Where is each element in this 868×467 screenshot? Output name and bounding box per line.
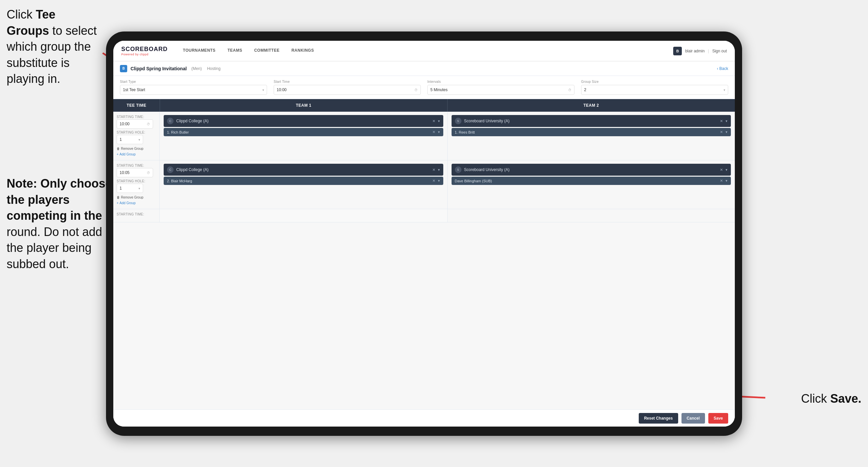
starting-hole-input-2[interactable]: 1 ▾ (117, 184, 143, 193)
player2-expand-icon[interactable]: ▾ (725, 130, 727, 134)
remove-group-button-2[interactable]: 🗑 Remove Group (117, 194, 156, 201)
player1-card-1[interactable]: 1. Rich Butler ✕ ▾ (164, 128, 443, 136)
player1-expand-icon[interactable]: ▾ (438, 130, 440, 134)
player1-card-2[interactable]: 2. Blair McHarg ✕ ▾ (164, 177, 443, 185)
footer-bar: Reset Changes Cancel Save (113, 409, 735, 427)
player1-close-icon-2[interactable]: ✕ (432, 179, 435, 183)
nav-divider: | (708, 49, 709, 53)
hosting-label: Hosting (207, 66, 221, 71)
app-logo: SCOREBOARD Powered by clippd (121, 46, 168, 56)
logo-text: SCOREBOARD (121, 46, 168, 53)
nav-teams[interactable]: TEAMS (222, 41, 248, 61)
team2-card-2[interactable]: S Scoreboard University (A) ✕ ▾ (452, 164, 731, 176)
user-icon: B (673, 47, 682, 55)
group-1-team1: C Clippd College (A) ✕ ▾ 1. Rich But (160, 112, 447, 160)
starting-time-label-2: STARTING TIME: (117, 164, 156, 167)
tablet-screen: SCOREBOARD Powered by clippd TOURNAMENTS… (113, 41, 735, 427)
player1-name-2: 2. Blair McHarg (167, 179, 430, 183)
team1-expand-icon-2[interactable]: ▾ (438, 168, 440, 172)
group-size-group: Group Size 2 ▾ (581, 80, 728, 95)
player2-actions-2: ✕ ▾ (720, 179, 727, 183)
intervals-input[interactable]: 5 Minutes ⏱ (427, 85, 575, 95)
sign-out-link[interactable]: Sign out (712, 49, 727, 53)
team1-actions-1: ✕ ▾ (432, 119, 440, 123)
intervals-group: Intervals 5 Minutes ⏱ (427, 80, 575, 95)
starting-time-input-2[interactable]: 10:05 ⏱ (117, 168, 153, 177)
save-button[interactable]: Save (708, 413, 728, 424)
player2-card-1[interactable]: 1. Rees Britt ✕ ▾ (452, 128, 731, 136)
note-instruction: Note: Only choose the players competing … (0, 176, 119, 272)
add-group-button-1[interactable]: + Add Group (117, 152, 156, 157)
team1-icon-1: C (167, 118, 174, 124)
table-row: STARTING TIME: 10:05 ⏱ STARTING HOLE: 1 … (113, 160, 735, 209)
reset-changes-button[interactable]: Reset Changes (639, 413, 678, 424)
group-2-team2: S Scoreboard University (A) ✕ ▾ Dave (447, 160, 735, 209)
nav-rankings[interactable]: RANKINGS (286, 41, 320, 61)
navbar-right: B blair admin | Sign out (673, 47, 727, 55)
start-settings-bar: Start Type 1st Tee Start ▾ Start Time 10… (113, 76, 735, 99)
group-3-teams (160, 209, 735, 222)
user-name: blair admin (685, 49, 705, 53)
team1-name-1: Clippd College (A) (176, 119, 430, 123)
player1-expand-icon-2[interactable]: ▾ (438, 179, 440, 183)
player1-actions-2: ✕ ▾ (432, 179, 440, 183)
team1-header: Team 1 (160, 99, 447, 112)
player2-card-2[interactable]: Dave Billingham (SUB) ✕ ▾ (452, 177, 731, 185)
starting-hole-label-2: STARTING HOLE: (117, 179, 156, 183)
player2-close-icon-2[interactable]: ✕ (720, 179, 723, 183)
tournament-tag: (Men) (191, 66, 202, 71)
click-save-pre: Click (801, 392, 830, 405)
start-time-group: Start Time 10:00 ⏱ (274, 80, 421, 95)
start-time-label: Start Time (274, 80, 421, 84)
start-type-input[interactable]: 1st Tee Start ▾ (120, 85, 267, 95)
team2-close-icon-1[interactable]: ✕ (720, 119, 723, 123)
tournament-name: Clippd Spring Invitational (130, 66, 187, 71)
player2-name-2: Dave Billingham (SUB) (455, 179, 718, 183)
group-size-label: Group Size (581, 80, 728, 84)
player1-actions-1: ✕ ▾ (432, 130, 440, 134)
cancel-button[interactable]: Cancel (681, 413, 705, 424)
nav-tournaments[interactable]: TOURNAMENTS (177, 41, 222, 61)
sub-header: B Clippd Spring Invitational (Men) Hosti… (113, 61, 735, 76)
instruction-text-1: Click (7, 8, 36, 21)
team2-name-1: Scoreboard University (A) (464, 119, 718, 123)
group-size-input[interactable]: 2 ▾ (581, 85, 728, 95)
team2-card-1[interactable]: S Scoreboard University (A) ✕ ▾ (452, 115, 731, 127)
team2-close-icon-2[interactable]: ✕ (720, 168, 723, 172)
team2-expand-icon-1[interactable]: ▾ (725, 119, 727, 123)
starting-hole-label-1: STARTING HOLE: (117, 130, 156, 134)
click-save-instruction: Click Save. (801, 392, 861, 406)
team1-icon-2: C (167, 166, 174, 173)
team1-card-1[interactable]: C Clippd College (A) ✕ ▾ (164, 115, 443, 127)
player2-expand-icon-2[interactable]: ▾ (725, 179, 727, 183)
tee-time-header: Tee Time (113, 99, 160, 112)
tournament-icon: B (120, 65, 127, 72)
player2-close-icon[interactable]: ✕ (720, 130, 723, 134)
click-save-bold: Save. (830, 392, 861, 405)
team1-expand-icon-1[interactable]: ▾ (438, 119, 440, 123)
back-button[interactable]: ‹ Back (717, 66, 728, 71)
note-label: Note: (7, 177, 40, 190)
team1-close-icon-2[interactable]: ✕ (432, 168, 435, 172)
tee-table: Tee Time Team 1 Team 2 STARTING TIME: 10… (113, 99, 735, 409)
table-row: STARTING TIME: 10:00 ⏱ STARTING HOLE: 1 … (113, 112, 735, 160)
team1-close-icon-1[interactable]: ✕ (432, 119, 435, 123)
team2-expand-icon-2[interactable]: ▾ (725, 168, 727, 172)
logo-sub-text: Powered by clippd (121, 53, 168, 56)
player1-close-icon[interactable]: ✕ (432, 130, 435, 134)
table-body: STARTING TIME: 10:00 ⏱ STARTING HOLE: 1 … (113, 112, 735, 409)
starting-time-input-1[interactable]: 10:00 ⏱ (117, 119, 153, 128)
group-1-time-col: STARTING TIME: 10:00 ⏱ STARTING HOLE: 1 … (113, 112, 160, 160)
team1-actions-2: ✕ ▾ (432, 168, 440, 172)
content-area: Start Type 1st Tee Start ▾ Start Time 10… (113, 76, 735, 427)
add-group-button-2[interactable]: + Add Group (117, 201, 156, 205)
team2-icon-1: S (455, 118, 462, 124)
group-3-time-col: STARTING TIME: (113, 209, 160, 222)
tablet-frame: SCOREBOARD Powered by clippd TOURNAMENTS… (106, 31, 742, 436)
team1-card-2[interactable]: C Clippd College (A) ✕ ▾ (164, 164, 443, 176)
starting-hole-input-1[interactable]: 1 ▾ (117, 135, 143, 144)
nav-committee[interactable]: COMMITTEE (248, 41, 286, 61)
remove-group-button-1[interactable]: 🗑 Remove Group (117, 146, 156, 152)
start-time-input[interactable]: 10:00 ⏱ (274, 85, 421, 95)
group-2-teams: C Clippd College (A) ✕ ▾ 2. Blair Mc (160, 160, 735, 209)
